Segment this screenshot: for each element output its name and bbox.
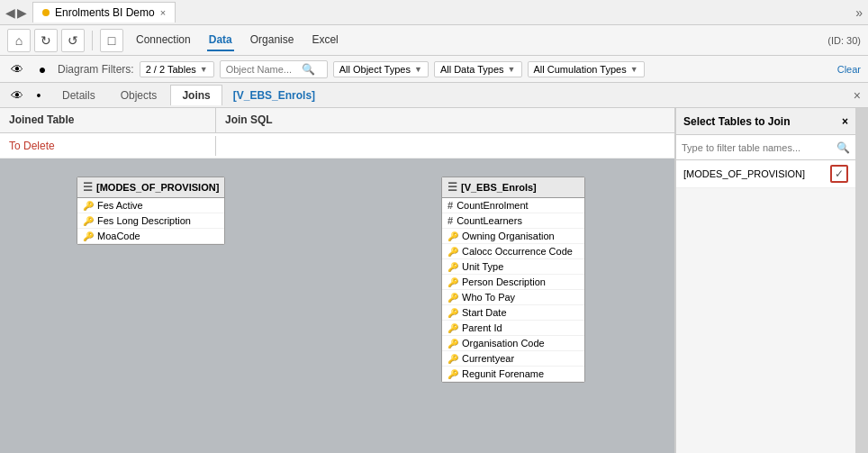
toolbar-separator bbox=[92, 31, 93, 50]
joined-table-header: Joined Table bbox=[0, 108, 216, 132]
data-types-dropdown[interactable]: All Data Types ▼ bbox=[434, 61, 522, 77]
table-box-modes-header: ☰ [MODES_OF_PROVISION] bbox=[77, 177, 224, 198]
select-tables-item-modes: [MODES_OF_PROVISION] ✓ bbox=[676, 160, 855, 188]
tab-joins[interactable]: Joins bbox=[170, 85, 222, 105]
diagram-area: ☰ [MODES_OF_PROVISION] 🔑 Fes Active 🔑 Fe… bbox=[0, 159, 674, 453]
table-box-modes-provision: ☰ [MODES_OF_PROVISION] 🔑 Fes Active 🔑 Fe… bbox=[77, 177, 225, 245]
filter-label: Diagram Filters: bbox=[58, 63, 134, 76]
data-types-value: All Data Types bbox=[440, 64, 504, 75]
visibility-icon[interactable]: 👁 bbox=[7, 59, 27, 79]
table-menu-icon: ☰ bbox=[448, 181, 457, 194]
field-name-fes-long: Fes Long Description bbox=[97, 215, 191, 226]
tab-close-icon[interactable]: × bbox=[160, 7, 166, 18]
table-box-v-ebs-enrols: ☰ [V_EBS_Enrols] # CountEnrolment # Coun… bbox=[441, 177, 585, 383]
object-name-input[interactable] bbox=[226, 64, 298, 75]
main-content: Joined Table Join SQL To Delete Joined ☰… bbox=[0, 108, 868, 453]
select-tables-search-bar[interactable]: 🔍 bbox=[676, 135, 855, 160]
field-regunit-forename: 🔑 Regunit Forename bbox=[442, 367, 584, 382]
select-tables-search-input[interactable] bbox=[682, 142, 833, 153]
key-icon: 🔑 bbox=[448, 308, 458, 318]
select-tables-header: Select Tables to Join × bbox=[676, 108, 855, 135]
object-types-dropdown[interactable]: All Object Types ▼ bbox=[333, 61, 429, 77]
panel-active-label: [V_EBS_Enrols] bbox=[233, 89, 315, 102]
field-unit-type: 🔑 Unit Type bbox=[442, 259, 584, 275]
object-types-value: All Object Types bbox=[339, 64, 411, 75]
object-types-arrow: ▼ bbox=[414, 65, 422, 74]
field-name-who-to-pay: Who To Pay bbox=[462, 292, 515, 303]
field-name-person-desc: Person Description bbox=[462, 276, 546, 287]
cumulation-types-value: All Cumulation Types bbox=[534, 64, 627, 75]
table-field-fes-long: 🔑 Fes Long Description bbox=[77, 213, 224, 229]
menu-organise[interactable]: Organise bbox=[249, 30, 296, 51]
table-field-fes-active: 🔑 Fes Active bbox=[77, 198, 224, 213]
search-icon: 🔍 bbox=[302, 63, 315, 76]
object-name-search[interactable]: 🔍 bbox=[220, 60, 328, 78]
join-row: To Delete bbox=[0, 133, 674, 159]
field-name-regunit-forename: Regunit Forename bbox=[462, 368, 544, 379]
clear-filter-button[interactable]: Clear bbox=[837, 64, 861, 75]
cumulation-types-dropdown[interactable]: All Cumulation Types ▼ bbox=[528, 61, 645, 77]
select-table-modes-label: [MODES_OF_PROVISION] bbox=[683, 168, 805, 179]
menu-connection[interactable]: Connection bbox=[134, 30, 193, 51]
title-bar: ◀ ▶ Enrolments BI Demo × » bbox=[0, 0, 868, 25]
nav-arrows: ◀ ▶ bbox=[5, 5, 27, 20]
field-name-count-enrolment: CountEnrolment bbox=[457, 200, 529, 211]
home-button[interactable]: ⌂ bbox=[7, 29, 31, 52]
field-name-start-date: Start Date bbox=[462, 307, 507, 318]
join-sql-header: Join SQL bbox=[216, 108, 282, 132]
cumulation-types-arrow: ▼ bbox=[630, 65, 638, 74]
table-box-enrols-header: ☰ [V_EBS_Enrols] bbox=[442, 177, 584, 198]
join-table-name[interactable]: To Delete bbox=[0, 136, 216, 156]
field-currentyear: 🔑 Currentyear bbox=[442, 351, 584, 367]
copy-button[interactable]: □ bbox=[100, 29, 123, 52]
panel-tabs-bar: 👁 • Details Objects Joins [V_EBS_Enrols]… bbox=[0, 83, 868, 108]
toolbar-menu: Connection Data Organise Excel bbox=[134, 30, 340, 51]
more-tabs-icon[interactable]: » bbox=[855, 5, 863, 20]
field-name-moacode: MoaCode bbox=[97, 231, 140, 241]
key-icon: 🔑 bbox=[448, 339, 458, 349]
menu-excel[interactable]: Excel bbox=[310, 30, 339, 51]
field-name-currentyear: Currentyear bbox=[462, 353, 514, 364]
field-calocc: 🔑 Calocc Occurrence Code bbox=[442, 244, 584, 259]
filter-bar: 👁 ● Diagram Filters: 2 / 2 Tables ▼ 🔍 Al… bbox=[0, 56, 868, 83]
table-field-moacode: 🔑 MoaCode bbox=[77, 229, 224, 244]
title-tab: Enrolments BI Demo × bbox=[32, 2, 176, 23]
refresh-button[interactable]: ↻ bbox=[34, 29, 58, 52]
field-start-date: 🔑 Start Date bbox=[442, 305, 584, 321]
nav-back-icon[interactable]: ◀ bbox=[5, 5, 15, 20]
hash-icon: # bbox=[448, 200, 453, 211]
key-icon: 🔑 bbox=[83, 231, 94, 241]
panel-close-icon[interactable]: × bbox=[854, 88, 861, 103]
bulb-icon[interactable]: ● bbox=[32, 59, 52, 79]
tab-details[interactable]: Details bbox=[50, 85, 107, 105]
field-parent-id: 🔑 Parent Id bbox=[442, 321, 584, 336]
field-count-learners: # CountLearners bbox=[442, 213, 584, 229]
reload-button[interactable]: ↺ bbox=[61, 29, 85, 52]
panel-eye-icon[interactable]: 👁 bbox=[7, 86, 27, 105]
select-tables-title: Select Tables to Join bbox=[683, 115, 790, 128]
checkmark-icon: ✓ bbox=[835, 168, 844, 180]
key-icon: 🔑 bbox=[83, 216, 94, 226]
key-icon: 🔑 bbox=[448, 231, 458, 241]
key-icon: 🔑 bbox=[83, 201, 94, 211]
join-headers: Joined Table Join SQL bbox=[0, 108, 674, 133]
key-icon: 🔑 bbox=[448, 323, 458, 333]
menu-data[interactable]: Data bbox=[207, 30, 234, 51]
field-name-parent-id: Parent Id bbox=[462, 322, 502, 333]
nav-forward-icon[interactable]: ▶ bbox=[17, 5, 27, 20]
panel-bulb-icon[interactable]: • bbox=[29, 86, 49, 105]
tables-filter-arrow: ▼ bbox=[200, 65, 208, 74]
select-tables-close-icon[interactable]: × bbox=[842, 115, 848, 128]
table-menu-icon: ☰ bbox=[83, 181, 93, 194]
id-label: (ID: 30) bbox=[827, 35, 861, 46]
add-table-modes-button[interactable]: ✓ bbox=[830, 165, 848, 183]
field-person-desc: 🔑 Person Description bbox=[442, 275, 584, 290]
tables-filter-dropdown[interactable]: 2 / 2 Tables ▼ bbox=[140, 61, 214, 77]
table-enrols-name: [V_EBS_Enrols] bbox=[461, 182, 537, 193]
field-name-org-code: Organisation Code bbox=[462, 338, 545, 349]
field-name-owning-org: Owning Organisation bbox=[462, 231, 555, 241]
select-tables-panel: Select Tables to Join × 🔍 [MODES_OF_PROV… bbox=[675, 108, 855, 453]
tab-objects[interactable]: Objects bbox=[109, 85, 169, 105]
toolbar: ⌂ ↻ ↺ □ Connection Data Organise Excel (… bbox=[0, 25, 868, 56]
join-sql-value[interactable] bbox=[216, 142, 234, 149]
